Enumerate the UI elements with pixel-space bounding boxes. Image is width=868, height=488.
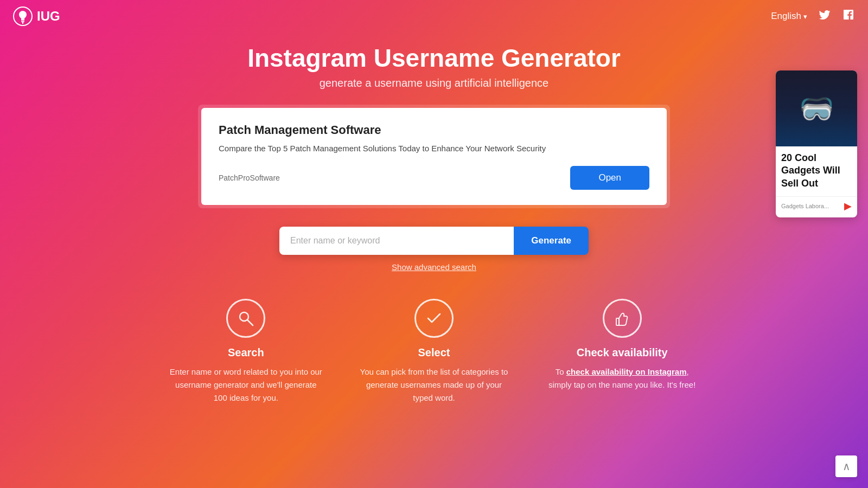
search-row: Generate [279,227,589,255]
ad-description: Compare the Top 5 Patch Management Solut… [219,143,649,155]
nav-right: English [771,8,855,24]
brand-text: IUG [37,9,60,24]
facebook-icon[interactable] [842,8,855,24]
feature-select-desc: You can pick from the list of categories… [356,365,512,404]
ad-banner: × Patch Management Software Compare the … [198,105,670,208]
feature-check-title: Check availability [544,346,700,359]
features-section: Search Enter name or word related to you… [119,272,749,421]
search-input[interactable] [279,227,514,255]
scroll-top-button[interactable]: ∧ [835,455,857,477]
ad-footer: PatchProSoftware Open [219,166,649,190]
svg-rect-1 [21,21,24,22]
ad-content: Patch Management Software Compare the To… [201,108,667,205]
feature-search-title: Search [168,346,324,359]
advanced-search-toggle[interactable]: Show advanced search [392,262,476,272]
generate-button[interactable]: Generate [514,227,589,255]
side-ad-image: 🥽 [776,70,857,146]
instagram-availability-link[interactable]: check availability on Instagram [566,367,687,376]
ad-close-button[interactable]: × [661,107,666,115]
side-ad-footer: Gadgets Labora... ▶ [776,196,857,217]
ad-open-button[interactable]: Open [570,166,649,190]
hero-section: Instagram Username Generator generate a … [0,33,868,95]
search-section: Generate Show advanced search [0,221,868,272]
ad-title: Patch Management Software [219,123,649,137]
language-selector[interactable]: English [771,11,807,22]
side-ad-play-icon[interactable]: ▶ [844,200,852,212]
feature-search: Search Enter name or word related to you… [152,299,340,404]
side-ad-title: 20 Cool Gadgets Will Sell Out [781,152,852,190]
navbar: IUG English [0,0,868,33]
ad-brand: PatchProSoftware [219,174,280,182]
page-subtitle: generate a username using artificial int… [9,77,859,89]
side-ad-content: 20 Cool Gadgets Will Sell Out [776,146,857,193]
brand-logo[interactable]: IUG [13,7,60,26]
feature-check-desc: To check availability on Instagram, simp… [544,365,700,391]
thumbsup-circle-icon [603,299,642,338]
feature-select: Select You can pick from the list of cat… [340,299,528,404]
feature-check: Check availability To check availability… [528,299,716,404]
side-ad-brand: Gadgets Labora... [781,203,829,209]
twitter-icon[interactable] [818,8,831,24]
feature-search-desc: Enter name or word related to you into o… [168,365,324,404]
page-title: Instagram Username Generator [9,43,859,73]
search-circle-icon [226,299,265,338]
svg-line-4 [247,320,253,325]
side-ad: 🥽 20 Cool Gadgets Will Sell Out Gadgets … [776,70,857,217]
brand-icon [13,7,33,26]
svg-rect-5 [616,318,619,325]
chevron-up-icon: ∧ [843,460,851,473]
select-circle-icon [414,299,454,338]
feature-select-title: Select [356,346,512,359]
